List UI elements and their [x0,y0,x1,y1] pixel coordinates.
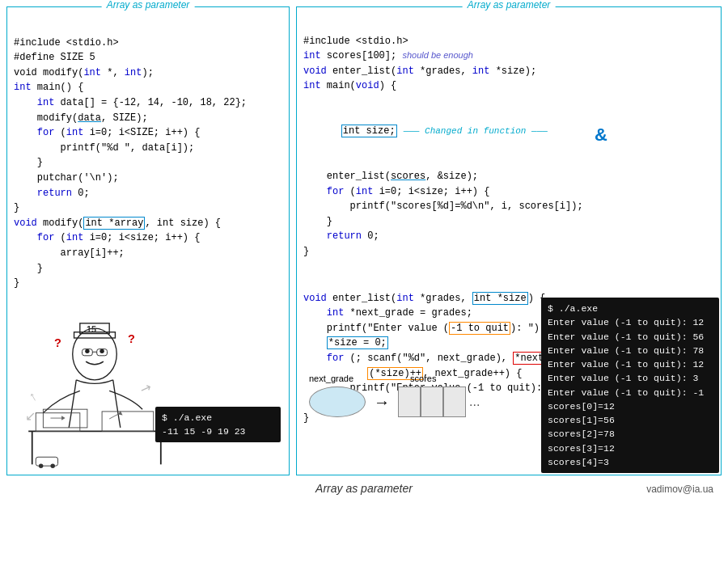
svg-text:?: ? [54,336,61,349]
left-code-block: #include <stdio.h> #define SIZE 5 void m… [14,20,282,306]
cartoon-svg: ? ? 15 ↑ ↗ ↙ [14,310,176,479]
panels-container: Array as parameter #include <stdio.h> #d… [6,6,722,475]
diagram-array: ... [398,386,480,417]
ampersand-label: & [595,125,607,146]
terminal-right-content: $ ./a.exe Enter value (-1 to quit): 12 E… [541,298,719,473]
svg-text:?: ? [128,333,135,346]
diagram-labels: next_grade scores [309,374,544,383]
svg-rect-9 [36,413,80,432]
terminal-right: $ ./a.exe Enter value (-1 to quit): 12 E… [541,298,719,473]
svg-point-3 [85,349,89,353]
array-dots: ... [469,395,480,409]
array-box-3 [443,386,466,417]
right-code-top-2: enter_list(scores, &size); for (int i=0;… [303,154,714,274]
diagram-arrow: → [374,393,390,412]
svg-rect-21 [36,458,57,467]
svg-text:↗: ↗ [138,380,153,397]
array-box-2 [421,386,443,417]
diagram-area: next_grade scores → ... [301,374,544,471]
right-code-top: #include <stdio.h> int scores[100]; shou… [303,19,714,109]
svg-rect-10 [43,409,87,428]
left-panel-title: Array as parameter [102,0,195,11]
terminal-left-content: $ ./a.exe -11 15 -9 19 23 [155,407,281,443]
array-box-1 [398,386,421,417]
diagram-shapes: → ... [309,386,544,417]
svg-point-0 [73,328,117,380]
cartoon-image: ? ? 15 ↑ ↗ ↙ [14,314,176,475]
diagram-label-next-grade: next_grade [309,374,353,383]
footer: Array as parameter vadimov@ia.ua [6,482,722,495]
svg-marker-13 [61,416,66,420]
svg-point-4 [99,349,104,353]
svg-rect-11 [102,412,154,432]
svg-point-22 [39,464,43,468]
diagram-label-scores: scores [410,374,436,383]
terminal-left: $ ./a.exe -11 15 -9 19 23 [155,407,281,443]
svg-point-23 [50,464,54,468]
footer-author: vadimov@ia.ua [646,484,713,495]
size-annotation-area: int size;——— Changed in function ——— [303,109,714,154]
main-container: Array as parameter #include <stdio.h> #d… [0,0,728,566]
right-panel-title: Array as parameter [463,0,556,11]
should-be-enough-annotation: should be enough [402,50,472,60]
svg-text:15: 15 [87,324,96,334]
footer-title: Array as parameter [315,482,413,495]
right-panel: Array as parameter #include <stdio.h> in… [296,6,722,475]
svg-text:↑: ↑ [26,388,39,404]
left-panel: Array as parameter #include <stdio.h> #d… [6,6,290,475]
diagram-oval [309,386,366,417]
svg-text:↙: ↙ [25,408,36,423]
